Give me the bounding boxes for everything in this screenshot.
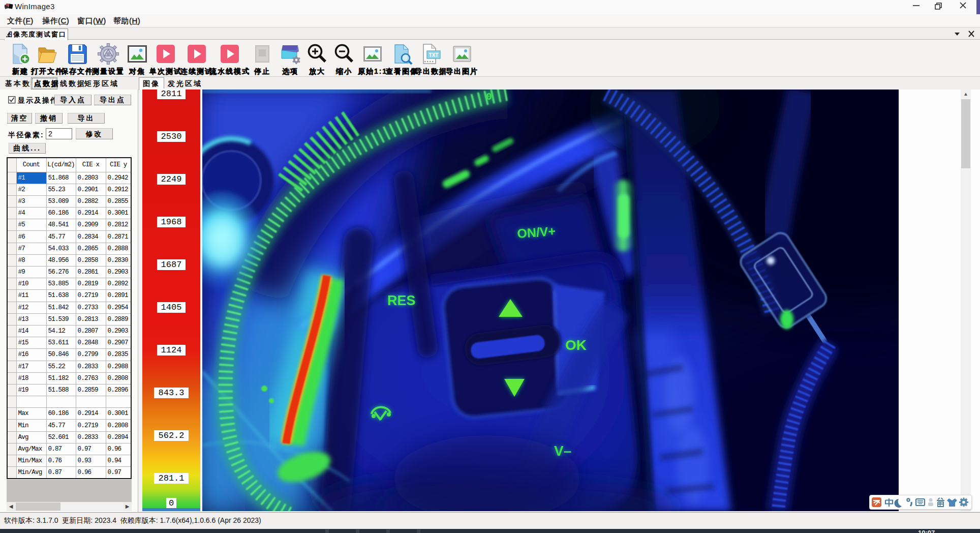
svg-text:TXT: TXT	[429, 52, 439, 58]
svg-text:OK: OK	[565, 337, 587, 353]
svg-text:V–: V–	[554, 443, 571, 459]
svg-text:0: 0	[486, 91, 492, 103]
svg-text:ON/V+: ON/V+	[516, 224, 556, 241]
svg-text:RES: RES	[387, 293, 416, 308]
